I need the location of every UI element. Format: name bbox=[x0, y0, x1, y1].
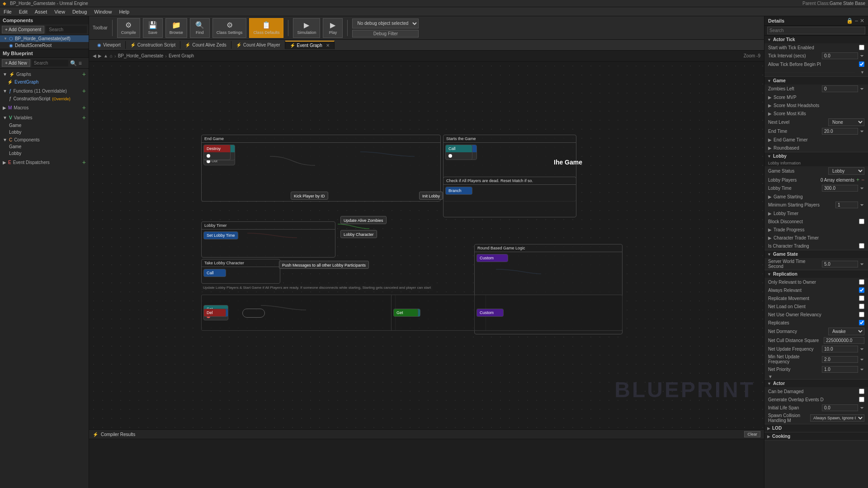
replication-header[interactable]: ▼ Replication bbox=[764, 270, 868, 278]
replication-expand-more[interactable]: ▼ bbox=[768, 374, 773, 379]
functions-add[interactable]: + bbox=[82, 87, 86, 94]
nav-back-icon[interactable]: ◀ bbox=[93, 53, 96, 58]
replicates-checkbox[interactable] bbox=[859, 320, 864, 325]
close-panel-icon[interactable]: ✕ bbox=[860, 18, 864, 24]
bp-item-eventgraph[interactable]: ⚡ EventGraph bbox=[0, 79, 89, 85]
push-messages-node[interactable]: Push Messages to all other Lobby Partici… bbox=[279, 261, 369, 269]
menu-debug[interactable]: Debug bbox=[69, 9, 90, 14]
bp-section-variables-header[interactable]: ▼ V Variables + bbox=[0, 113, 89, 122]
is-char-trading-checkbox[interactable] bbox=[859, 243, 864, 249]
net-update-freq-input[interactable] bbox=[822, 346, 858, 352]
lobby-timer-expand[interactable]: ▶ bbox=[768, 211, 772, 216]
tab-event-graph[interactable]: ⚡ Event Graph ✕ bbox=[285, 41, 335, 49]
can-be-damaged-checkbox[interactable] bbox=[859, 389, 864, 394]
bp-section-functions-header[interactable]: ▼ ƒ Functions (11 Overridable) + bbox=[0, 86, 89, 95]
tick-interval-input[interactable] bbox=[822, 52, 858, 59]
actor-tick-header[interactable]: ▼ Actor Tick bbox=[764, 36, 868, 43]
update-zombies-node[interactable]: Update Alive Zombies bbox=[340, 216, 387, 224]
simulation-button[interactable]: ▶ Simulation bbox=[293, 18, 320, 38]
score-kills-expand[interactable]: ▶ bbox=[768, 111, 772, 116]
score-headshots-expand[interactable]: ▶ bbox=[768, 103, 772, 108]
net-cull-input[interactable] bbox=[824, 337, 864, 344]
lock-icon[interactable]: 🔒 bbox=[846, 18, 853, 24]
initial-life-span-stepper[interactable]: ⏷ bbox=[860, 405, 864, 410]
kick-player-node[interactable]: Kick Player by ID bbox=[291, 192, 328, 200]
roundbased-expand[interactable]: ▶ bbox=[768, 145, 772, 150]
dispatchers-add[interactable]: + bbox=[82, 159, 86, 166]
lobby-time-stepper[interactable]: ⏷ bbox=[860, 186, 864, 191]
game-starting-expand[interactable]: ▶ bbox=[768, 194, 772, 199]
bp-item-var-lobby[interactable]: Lobby bbox=[0, 129, 89, 136]
actor-section-header[interactable]: ▼ Actor bbox=[764, 380, 868, 387]
net-load-checkbox[interactable] bbox=[859, 304, 864, 309]
bp-section-graphs-header[interactable]: ▼ ⚡ Graphs + bbox=[0, 70, 89, 79]
node-end-game-5[interactable]: Destroy bbox=[203, 145, 231, 160]
initial-life-span-input[interactable] bbox=[822, 404, 858, 411]
bp-section-components-header[interactable]: ▼ C Components bbox=[0, 136, 89, 143]
home-icon[interactable]: ⌂ bbox=[110, 53, 113, 58]
tick-expand[interactable]: ▼ bbox=[857, 70, 868, 75]
compiler-clear-button[interactable]: Clear bbox=[744, 431, 760, 437]
tick-interval-stepper[interactable]: ⏷ bbox=[860, 53, 864, 58]
tab-count-alive-player[interactable]: ⚡ Count Alive Player bbox=[231, 41, 285, 49]
tab-viewport[interactable]: ◉ Viewport bbox=[93, 41, 126, 49]
zombies-stepper[interactable]: ⏷ bbox=[860, 86, 864, 91]
reroute-node-1[interactable] bbox=[242, 309, 265, 318]
blueprint-canvas[interactable]: End Game Event Exec Function In Out bbox=[89, 61, 764, 429]
lobby-players-remove[interactable]: − bbox=[861, 177, 864, 183]
char-trade-timer-expand[interactable]: ▶ bbox=[768, 235, 772, 240]
zombies-input[interactable] bbox=[822, 85, 858, 92]
game-state-header[interactable]: ▼ Game State bbox=[764, 250, 868, 258]
add-new-button[interactable]: + Add New bbox=[2, 59, 30, 67]
min-starting-stepper[interactable]: ⏷ bbox=[860, 202, 864, 207]
block-disconnect-checkbox[interactable] bbox=[859, 219, 864, 224]
menu-view[interactable]: View bbox=[51, 9, 69, 14]
tab-event-graph-close[interactable]: ✕ bbox=[326, 43, 330, 48]
next-level-select[interactable]: None bbox=[828, 118, 864, 126]
variables-add[interactable]: + bbox=[82, 114, 86, 121]
lod-header[interactable]: ▶ LOD bbox=[764, 424, 868, 432]
play-button[interactable]: ▶ Play bbox=[323, 18, 343, 38]
nav-forward-icon[interactable]: ▶ bbox=[98, 53, 102, 58]
tab-construction-script[interactable]: ⚡ Construction Script bbox=[126, 41, 180, 49]
cluster1-node5[interactable]: Del bbox=[203, 309, 226, 317]
class-defaults-button[interactable]: 📋 Class Defaults bbox=[249, 18, 283, 38]
bp-item-comp-lobby[interactable]: Lobby bbox=[0, 150, 89, 157]
net-update-freq-stepper[interactable]: ⏷ bbox=[860, 347, 864, 352]
net-priority-stepper[interactable]: ⏷ bbox=[860, 367, 864, 372]
always-relevant-checkbox[interactable] bbox=[859, 287, 864, 293]
init-lobby-node[interactable]: Init Lobby bbox=[419, 192, 443, 200]
score-mvp-expand[interactable]: ▶ bbox=[768, 95, 772, 100]
lobby-section-header[interactable]: ▼ Lobby bbox=[764, 152, 868, 160]
only-relevant-checkbox[interactable] bbox=[859, 279, 864, 285]
node-lobby-timer-2[interactable]: Set Lobby Time bbox=[203, 231, 238, 239]
min-starting-input[interactable] bbox=[835, 202, 858, 208]
bp-section-macros-header[interactable]: ▶ M Macros + bbox=[0, 103, 89, 112]
allow-tick-checkbox[interactable] bbox=[859, 61, 864, 67]
lobby-char-node[interactable]: Lobby Character bbox=[340, 230, 377, 238]
compile-button[interactable]: ⚙ Compile bbox=[117, 18, 140, 38]
class-settings-button[interactable]: ⚙ Class Settings bbox=[212, 18, 247, 38]
macros-add[interactable]: + bbox=[82, 104, 86, 111]
tree-item-self[interactable]: ▼ ⬡ BP_Horde_Gamestate(self) bbox=[0, 35, 89, 42]
bp-item-var-game[interactable]: Game bbox=[0, 122, 89, 129]
bp-section-dispatchers-header[interactable]: ▶ E Event Dispatchers + bbox=[0, 158, 89, 167]
end-time-stepper[interactable]: ⏷ bbox=[860, 129, 864, 134]
bp-item-comp-game[interactable]: Game bbox=[0, 143, 89, 150]
cluster3-node5[interactable]: Custom bbox=[476, 309, 504, 317]
net-owner-rel-checkbox[interactable] bbox=[859, 312, 864, 317]
component-search-input[interactable] bbox=[46, 26, 87, 33]
end-game-timer-expand[interactable]: ▶ bbox=[768, 137, 772, 142]
game-status-select[interactable]: Lobby bbox=[828, 167, 864, 175]
menu-window[interactable]: Window bbox=[90, 9, 115, 14]
blueprint-search-input[interactable] bbox=[32, 60, 68, 66]
find-button[interactable]: 🔍 Find bbox=[190, 18, 210, 38]
min-net-update-input[interactable] bbox=[822, 356, 858, 363]
game-section-header[interactable]: ▼ Game bbox=[764, 77, 868, 84]
graphs-add[interactable]: + bbox=[82, 70, 86, 78]
menu-help[interactable]: Help bbox=[115, 9, 133, 14]
menu-edit[interactable]: Edit bbox=[15, 9, 31, 14]
debug-object-select[interactable]: No debug object selected bbox=[352, 19, 419, 28]
trade-progress-expand[interactable]: ▶ bbox=[768, 227, 772, 232]
nav-up-icon[interactable]: ▲ bbox=[104, 53, 108, 58]
